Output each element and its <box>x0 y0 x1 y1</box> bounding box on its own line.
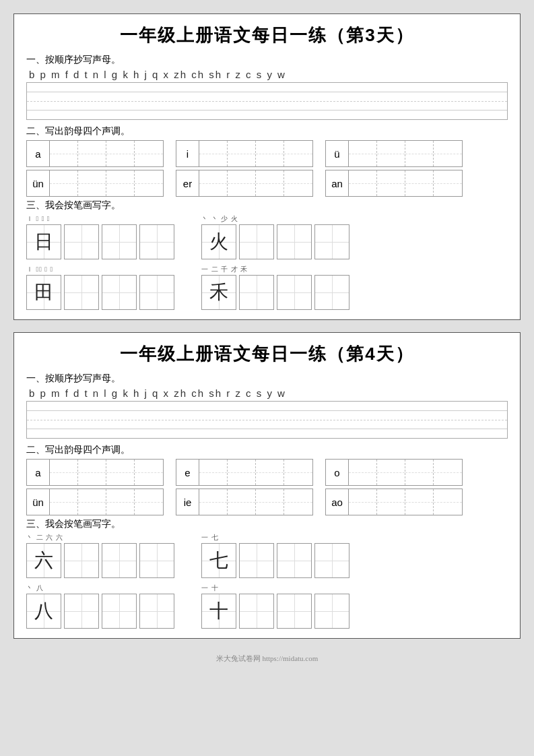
char-group-shi: 一 十 十 <box>201 584 349 629</box>
tone-box <box>405 489 434 515</box>
char-group-huo: 丶 丶 少 火 火 <box>201 214 349 259</box>
tone-grid-row2-day4: ün ie ao <box>26 489 508 515</box>
char-box-empty <box>314 543 349 578</box>
tone-item-ie-day4: ie <box>176 489 313 515</box>
char-group-qi: 一 七 七 <box>201 533 349 578</box>
char-row1-day3: ｌ 𠃋 月 日 日 丶 丶 少 火 火 <box>26 214 508 259</box>
char-box-empty <box>139 224 174 259</box>
char-row2-day3: ｌ 𠃆𠃆 囗 田 田 一 二 千 才 禾 禾 <box>26 265 508 310</box>
tone-box <box>228 489 256 515</box>
char-box-empty <box>64 224 99 259</box>
tone-box <box>50 170 78 196</box>
char-row2-day4: 丶 八 八 一 十 十 <box>26 584 508 629</box>
tone-box <box>135 489 163 515</box>
tone-label-e4: e <box>176 460 199 485</box>
stroke-label-qi: 一 七 <box>201 533 349 542</box>
char-box-empty <box>139 594 174 629</box>
tone-item-er-day3: er <box>176 170 313 197</box>
worksheet-day4: 一年级上册语文每日一练（第4天） 一、按顺序抄写声母。 b p m f d t … <box>13 332 521 639</box>
tone-box <box>349 170 377 196</box>
char-box-tian: 田 <box>26 275 61 310</box>
tone-box <box>349 489 377 515</box>
tone-box <box>256 489 284 515</box>
char-box-he: 禾 <box>201 275 236 310</box>
tone-item-ao-day4: ao <box>325 489 463 515</box>
tone-item-un-day3: ün <box>26 170 164 197</box>
tone-item-e-day4: e <box>176 459 313 486</box>
stroke-label-ba: 丶 八 <box>26 584 174 593</box>
tone-box <box>199 489 228 515</box>
char-box-empty <box>314 224 349 259</box>
tone-item-a-day3: a <box>26 140 164 167</box>
tone-box <box>78 170 106 196</box>
char-box-empty <box>102 594 137 629</box>
char-row1-day4: 丶 二 六 六 六 一 七 七 <box>26 533 508 578</box>
char-box-ba: 八 <box>26 594 61 629</box>
tone-box <box>135 170 163 196</box>
char-box-empty <box>64 275 99 310</box>
tone-box <box>135 460 163 485</box>
char-box-empty <box>314 594 349 629</box>
tone-label-u: ü <box>326 141 349 166</box>
tone-box <box>135 141 163 166</box>
tone-box <box>106 460 135 485</box>
section1-label-day4: 一、按顺序抄写声母。 <box>26 373 508 385</box>
char-box-empty <box>239 275 274 310</box>
char-box-empty <box>64 543 99 578</box>
char-box-empty <box>139 275 174 310</box>
tone-box <box>106 170 135 196</box>
char-box-empty <box>102 224 137 259</box>
stroke-label-shi: 一 十 <box>201 584 349 593</box>
char-box-empty <box>64 594 99 629</box>
char-group-tian: ｌ 𠃆𠃆 囗 田 田 <box>26 265 174 310</box>
tone-box <box>228 141 256 166</box>
char-box-empty <box>239 594 274 629</box>
char-group-ba: 丶 八 八 <box>26 584 174 629</box>
tone-box <box>199 141 228 166</box>
char-section-day4: 丶 二 六 六 六 一 七 七 <box>26 533 508 629</box>
tone-box <box>377 141 405 166</box>
tone-box <box>256 460 284 485</box>
char-box-liu: 六 <box>26 543 61 578</box>
tone-box <box>78 141 106 166</box>
tone-box <box>256 170 284 196</box>
tone-box <box>50 460 78 485</box>
char-box-ri: 日 <box>26 224 61 259</box>
char-box-empty <box>277 224 312 259</box>
char-box-empty <box>239 224 274 259</box>
stroke-label-ri: ｌ 𠃋 月 日 <box>26 214 174 224</box>
tone-label-a: a <box>27 141 50 166</box>
tone-box <box>349 141 377 166</box>
char-group-ri: ｌ 𠃋 月 日 日 <box>26 214 174 259</box>
tone-label-er: er <box>176 170 199 196</box>
char-group-he: 一 二 千 才 禾 禾 <box>201 265 349 310</box>
stroke-label-huo: 丶 丶 少 火 <box>201 214 349 224</box>
char-box-empty <box>314 275 349 310</box>
tone-label-ao4: ao <box>326 489 349 515</box>
tone-box <box>78 460 106 485</box>
tone-box <box>405 170 434 196</box>
tone-label-i: i <box>176 141 199 166</box>
tone-label-un: ün <box>27 170 50 196</box>
tone-box <box>228 170 256 196</box>
tone-box <box>78 489 106 515</box>
section3-label-day3: 三、我会按笔画写字。 <box>26 199 508 212</box>
char-box-empty <box>277 275 312 310</box>
tone-item-i-day3: i <box>176 140 313 167</box>
title-day4: 一年级上册语文每日一练（第4天） <box>26 342 508 366</box>
tone-box <box>434 489 462 515</box>
pinyin-write-area-day3 <box>26 82 508 120</box>
tone-box <box>199 460 228 485</box>
section3-label-day4: 三、我会按笔画写字。 <box>26 518 508 530</box>
tone-box <box>106 489 135 515</box>
tone-box <box>228 460 256 485</box>
footer: 米大兔试卷网 https://midatu.com <box>216 654 319 664</box>
tone-box <box>434 141 462 166</box>
stroke-label-he: 一 二 千 才 禾 <box>201 265 349 274</box>
tone-box <box>256 141 284 166</box>
tone-box <box>284 489 312 515</box>
char-box-huo: 火 <box>201 224 236 259</box>
tone-label-un4: ün <box>27 489 50 515</box>
section1-label-day3: 一、按顺序抄写声母。 <box>26 54 508 66</box>
tone-label-a4: a <box>27 460 50 485</box>
